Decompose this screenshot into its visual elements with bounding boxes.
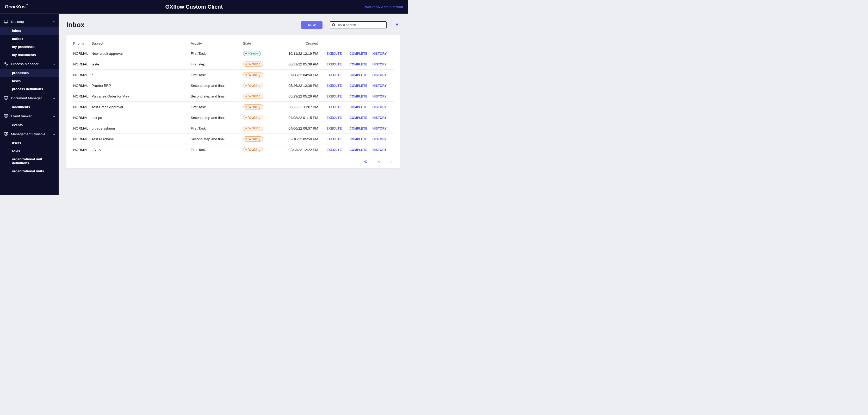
execute-link[interactable]: EXECUTE <box>327 148 342 152</box>
svg-rect-5 <box>4 96 8 99</box>
sidebar-item[interactable]: roles <box>0 147 59 155</box>
history-link[interactable]: HISTORY <box>373 63 387 66</box>
monitor-share-icon <box>4 131 8 136</box>
cell-action: HISTORY <box>371 102 394 112</box>
cell-action: EXECUTE <box>326 59 348 69</box>
filter-icon <box>395 23 399 27</box>
history-link[interactable]: HISTORY <box>373 52 387 56</box>
history-link[interactable]: HISTORY <box>373 95 387 98</box>
complete-link[interactable]: COMPLETE <box>350 73 368 77</box>
state-pill: Working <box>243 72 264 78</box>
sidebar-item[interactable]: outbox <box>0 35 59 43</box>
history-link[interactable]: HISTORY <box>373 84 387 88</box>
new-button[interactable]: NEW <box>301 21 322 29</box>
chevron-up-icon <box>52 133 55 135</box>
execute-link[interactable]: EXECUTE <box>327 84 342 88</box>
cell-activity: First Task <box>190 102 242 112</box>
cell-action: EXECUTE <box>326 134 348 144</box>
search-input[interactable] <box>330 21 386 28</box>
nav-section: Process Managerprocessestasksprocess def… <box>0 59 59 93</box>
table-row: NORMALprueba ashuuuFirst TaskWorking04/0… <box>72 123 394 134</box>
sidebar-item[interactable]: events <box>0 121 59 129</box>
nav-section-header[interactable]: Desktop <box>0 17 59 27</box>
pager-next-button[interactable] <box>390 160 393 164</box>
nav-section-label: Management Console <box>11 132 52 136</box>
sidebar-item[interactable]: organizational units <box>0 167 59 175</box>
sidebar-item[interactable]: users <box>0 139 59 147</box>
history-link[interactable]: HISTORY <box>373 73 387 77</box>
cell-priority: NORMAL <box>72 59 90 69</box>
execute-link[interactable]: EXECUTE <box>327 137 342 141</box>
sidebar-item[interactable]: process definitions <box>0 85 59 93</box>
table-row: NORMALñFirst TaskWorking07/08/22 04:50 P… <box>72 69 394 80</box>
cell-state: Working <box>242 59 286 69</box>
sidebar-item[interactable]: organizational unit definitions <box>0 155 59 167</box>
cell-subject: teste <box>90 59 190 69</box>
history-link[interactable]: HISTORY <box>373 105 387 109</box>
execute-link[interactable]: EXECUTE <box>327 95 342 98</box>
svg-line-16 <box>334 25 335 26</box>
complete-link[interactable]: COMPLETE <box>350 148 368 152</box>
complete-link[interactable]: COMPLETE <box>350 95 368 98</box>
current-user[interactable]: Workflow Administrator <box>360 3 403 10</box>
execute-link[interactable]: EXECUTE <box>327 52 342 56</box>
execute-link[interactable]: EXECUTE <box>327 116 342 120</box>
execute-link[interactable]: EXECUTE <box>327 73 342 77</box>
nav-section-header[interactable]: Management Console <box>0 129 59 139</box>
execute-link[interactable]: EXECUTE <box>327 63 342 66</box>
sidebar-item[interactable]: documents <box>0 103 59 111</box>
sidebar-item[interactable]: processes <box>0 69 59 77</box>
filter-button[interactable] <box>394 22 400 28</box>
cell-created: 07/08/22 04:50 PM <box>286 69 326 80</box>
table-row: NORMALTest PurchaseSecond step and final… <box>72 134 394 144</box>
nav-section-label: Document Manager <box>11 96 52 100</box>
app-title: GXflow Custom Client <box>28 4 360 10</box>
complete-link[interactable]: COMPLETE <box>350 105 368 109</box>
svg-rect-0 <box>4 20 8 22</box>
cell-action: COMPLETE <box>348 48 371 59</box>
pager-prev-button[interactable] <box>378 160 380 164</box>
cell-subject: test po <box>90 112 190 123</box>
history-link[interactable]: HISTORY <box>373 137 387 141</box>
status-dot-icon <box>245 74 247 76</box>
history-link[interactable]: HISTORY <box>373 148 387 152</box>
complete-link[interactable]: COMPLETE <box>350 63 368 66</box>
nav-section: Desktopinboxoutboxmy processesmy documen… <box>0 17 59 59</box>
cell-state: Working <box>242 123 286 134</box>
chevron-up-icon <box>52 97 55 99</box>
sidebar-item[interactable]: my processes <box>0 43 59 51</box>
execute-link[interactable]: EXECUTE <box>327 105 342 109</box>
nav-section-header[interactable]: Document Manager <box>0 93 59 103</box>
cell-created: 04/08/22 01:15 PM <box>286 112 326 123</box>
sidebar-item[interactable]: my documents <box>0 51 59 59</box>
main-content: Inbox NEW P <box>59 14 408 195</box>
sidebar-item[interactable]: inbox <box>0 27 59 35</box>
history-link[interactable]: HISTORY <box>373 116 387 120</box>
cell-subject: LA LA <box>90 144 190 155</box>
nav-section-header[interactable]: Process Manager <box>0 59 59 69</box>
cell-action: COMPLETE <box>348 144 371 155</box>
state-label: Ready <box>249 52 258 55</box>
cell-state: Working <box>242 144 286 155</box>
status-dot-icon <box>245 85 247 86</box>
cell-created: 04/06/22 08:07 PM <box>286 123 326 134</box>
state-label: Working <box>249 84 260 87</box>
cell-action: HISTORY <box>371 59 394 69</box>
state-pill: Working <box>243 126 264 131</box>
pager-first-button[interactable] <box>364 160 368 164</box>
complete-link[interactable]: COMPLETE <box>350 52 368 56</box>
cell-created: 10/11/22 12:19 PM <box>286 48 326 59</box>
complete-link[interactable]: COMPLETE <box>350 84 368 88</box>
search-icon <box>332 23 336 27</box>
execute-link[interactable]: EXECUTE <box>327 127 342 130</box>
cell-priority: NORMAL <box>72 112 90 123</box>
complete-link[interactable]: COMPLETE <box>350 137 368 141</box>
cell-action: EXECUTE <box>326 112 348 123</box>
sidebar-item[interactable]: tasks <box>0 77 59 85</box>
complete-link[interactable]: COMPLETE <box>350 127 368 130</box>
history-link[interactable]: HISTORY <box>373 127 387 130</box>
nav-section-header[interactable]: Event Viewer <box>0 111 59 121</box>
complete-link[interactable]: COMPLETE <box>350 116 368 120</box>
cell-priority: NORMAL <box>72 123 90 134</box>
state-label: Working <box>249 116 260 119</box>
